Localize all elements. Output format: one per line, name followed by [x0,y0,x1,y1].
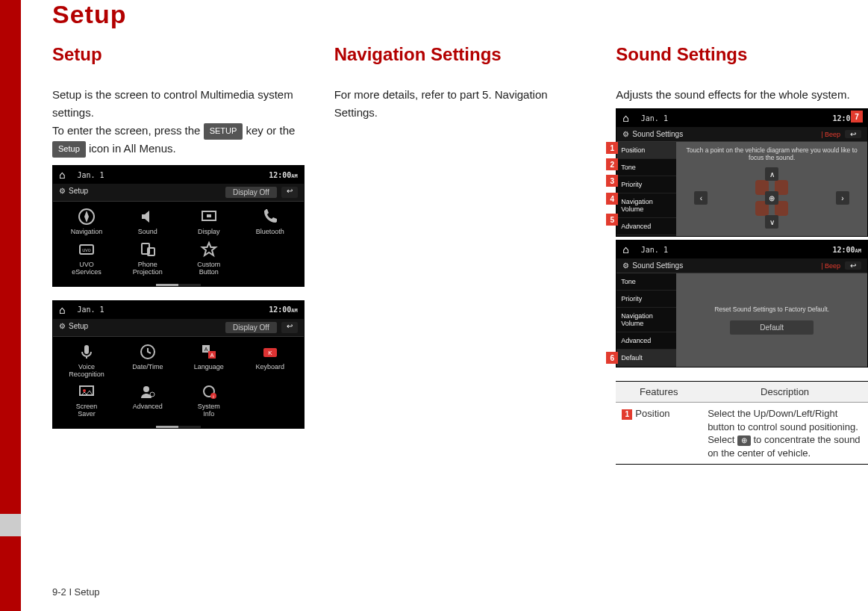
sound-menu-item[interactable]: Navigation Volume [616,193,676,218]
position-right-button[interactable]: › [836,191,849,205]
setup-tile-phone-proj[interactable]: PhoneProjection [117,241,178,276]
text-fragment: key or the [246,124,295,137]
svg-point-18 [150,392,154,397]
page-indicator [156,426,201,428]
setup-tile-compass[interactable]: Navigation [56,208,117,236]
page-indicator [156,284,201,286]
back-icon[interactable] [845,261,861,270]
sound-menu-item[interactable]: Priority [616,291,676,308]
setup-tile-user-gear[interactable]: Advanced [117,382,178,418]
setup-breadcrumb: Setup [59,322,88,333]
page-title: Setup [52,0,868,29]
status-date: Jan. 1 [77,171,104,179]
home-icon[interactable] [59,304,65,316]
sound-menu-item[interactable]: Advanced [616,218,676,235]
sound-settings-screen-1: Jan. 1 12:00AM Sound Settings | Beep Pos… [616,108,868,237]
navigation-settings-heading: Navigation Settings [334,44,587,65]
setup-paragraph-1: Setup is the screen to control Multimedi… [52,86,305,122]
svg-text:K: K [268,350,272,356]
status-date: Jan. 1 [77,306,104,314]
table-header-features: Features [616,382,702,403]
svg-text:A: A [204,347,207,352]
setup-tile-star[interactable]: CustomButton [178,241,240,276]
sound-settings-paragraph: Adjusts the sound effects for the whole … [616,86,868,104]
callout-3: 3 [606,175,618,187]
beep-indicator[interactable]: | Beep [821,262,840,270]
setup-hardkey: SETUP [204,123,243,140]
status-time: 12:00AM [269,306,298,314]
sound-menu-item[interactable]: Tone [616,273,676,291]
setup-tile-screensaver[interactable]: ScreenSaver [56,382,117,418]
back-icon[interactable] [281,187,298,198]
text-fragment: To enter the screen, press the [52,124,204,137]
empty-tile [240,382,301,418]
empty-tile [240,241,301,276]
setup-breadcrumb: Setup [59,187,88,198]
callout-2: 2 [606,158,618,170]
table-row: 1Position Select the Up/Down/Left/Right … [616,403,868,465]
status-date: Jan. 1 [641,114,668,122]
callout-1-inline: 1 [622,409,632,420]
home-icon[interactable] [622,112,628,124]
sound-settings-breadcrumb: Sound Settings [622,261,683,270]
sound-menu-item[interactable]: Position [616,142,676,159]
sound-settings-heading: Sound Settings [616,44,868,65]
setup-tile-uvo[interactable]: uvoUVOeServices [56,241,117,276]
callout-7: 7 [851,111,863,122]
back-icon[interactable] [281,322,298,333]
reset-hint: Reset Sound Settings to Factory Default. [679,306,864,313]
position-down-button[interactable]: ∨ [765,215,778,229]
description-cell: Select the Up/Down/Left/Right button to … [702,403,868,465]
position-left-button[interactable]: ‹ [694,191,708,205]
position-center-button[interactable]: ⊕ [765,191,778,205]
sound-menu-item[interactable]: Advanced [616,332,676,350]
side-accent-bar [0,0,21,611]
position-up-button[interactable]: ∧ [765,167,778,181]
setup-tile-mic[interactable]: VoiceRecognition [56,343,117,379]
home-icon[interactable] [622,244,628,255]
gear-icon [622,130,632,138]
text-fragment: icon in All Menus. [89,142,176,155]
gear-icon [59,187,69,195]
setup-screen-1: Jan. 1 12:00AM Setup Display Off Navigat… [52,165,305,287]
callout-6: 6 [606,352,618,364]
status-date: Jan. 1 [641,246,668,254]
table-header-description: Description [702,382,868,403]
back-icon[interactable] [845,130,861,138]
callout-5: 5 [606,214,618,226]
navigation-settings-paragraph: For more details, refer to part 5. Navig… [334,86,587,122]
center-target-icon: ⊕ [737,435,751,446]
sound-menu-item[interactable]: Priority [616,176,676,193]
sound-settings-breadcrumb: Sound Settings [622,130,683,138]
setup-softkey: Setup [52,141,86,158]
setup-tile-display[interactable]: Display [178,208,240,236]
setup-tile-clock[interactable]: Date/Time [117,343,178,379]
position-hint: Touch a point on the vehicle diagram whe… [679,146,864,164]
display-off-button[interactable]: Display Off [225,322,277,333]
feature-cell: 1Position [616,403,702,465]
sound-menu-item[interactable]: Default [616,350,676,367]
status-time: 12:00AM [269,171,298,179]
svg-rect-7 [84,345,89,354]
setup-tile-speaker[interactable]: Sound [117,208,178,236]
gear-icon [622,261,632,270]
setup-tile-keyboard[interactable]: KKeyboard [240,343,301,379]
page-footer: 9-2 I Setup [52,586,100,598]
setup-paragraph-2: To enter the screen, press the SETUP key… [52,122,305,158]
setup-tile-phone[interactable]: Bluetooth [240,208,301,236]
display-off-button[interactable]: Display Off [225,187,277,198]
svg-rect-2 [207,214,211,217]
setup-tile-lang[interactable]: AALanguage [178,343,240,379]
sound-settings-screen-2: Jan. 1 12:00AM Sound Settings | Beep Ton… [616,240,868,367]
callout-4: 4 [606,193,618,205]
setup-tile-gear-info[interactable]: iSystemInfo [178,382,240,418]
sound-menu-item[interactable]: Navigation Volume [616,308,676,332]
beep-indicator[interactable]: | Beep [821,131,840,138]
home-icon[interactable] [59,169,65,181]
svg-point-17 [143,386,149,392]
default-button[interactable]: Default [730,320,814,335]
callout-1: 1 [606,142,618,154]
setup-screen-2: Jan. 1 12:00AM Setup Display Off VoiceRe… [52,300,305,429]
sound-menu-item[interactable]: Tone [616,159,676,176]
svg-text:A: A [210,353,213,358]
